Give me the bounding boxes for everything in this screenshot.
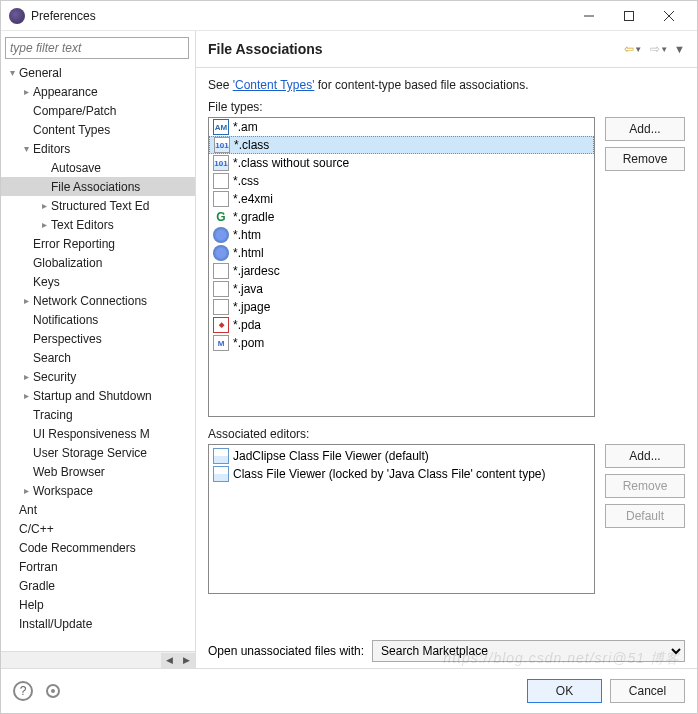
editors-list[interactable]: JadClipse Class File Viewer (default)Cla… bbox=[208, 444, 595, 594]
file-icon bbox=[213, 299, 229, 315]
tree-item[interactable]: ▸Web Browser bbox=[1, 462, 195, 481]
tree-item[interactable]: ▸Startup and Shutdown bbox=[1, 386, 195, 405]
add-editor-button[interactable]: Add... bbox=[605, 444, 685, 468]
tree-item[interactable]: ▸Content Types bbox=[1, 120, 195, 139]
file-icon: 101 bbox=[213, 155, 229, 171]
page-title: File Associations bbox=[208, 41, 624, 57]
tree-item[interactable]: ▸Text Editors bbox=[1, 215, 195, 234]
add-filetype-button[interactable]: Add... bbox=[605, 117, 685, 141]
forward-menu-icon[interactable]: ▼ bbox=[660, 45, 668, 54]
tree-item[interactable]: ▾Editors bbox=[1, 139, 195, 158]
editor-item[interactable]: Class File Viewer (locked by 'Java Class… bbox=[211, 465, 592, 483]
tree-item[interactable]: ▸Autosave bbox=[1, 158, 195, 177]
assoc-label: Associated editors: bbox=[208, 427, 685, 441]
file-icon bbox=[213, 317, 229, 333]
tree-item[interactable]: ▸UI Responsiveness M bbox=[1, 424, 195, 443]
editor-item[interactable]: JadClipse Class File Viewer (default) bbox=[211, 447, 592, 465]
filetype-item[interactable]: 101*.class bbox=[209, 136, 594, 154]
filetype-item[interactable]: AM*.am bbox=[209, 118, 594, 136]
file-icon bbox=[213, 227, 229, 243]
filetype-item[interactable]: *.html bbox=[209, 244, 594, 262]
remove-editor-button[interactable]: Remove bbox=[605, 474, 685, 498]
close-button[interactable] bbox=[649, 1, 689, 31]
tree-item[interactable]: ▸Help bbox=[1, 595, 195, 614]
filetype-item[interactable]: *.e4xmi bbox=[209, 190, 594, 208]
filetype-item[interactable]: 101*.class without source bbox=[209, 154, 594, 172]
help-icon[interactable]: ? bbox=[13, 681, 33, 701]
maximize-button[interactable] bbox=[609, 1, 649, 31]
file-icon: G bbox=[213, 209, 229, 225]
editor-icon bbox=[213, 466, 229, 482]
tree-item[interactable]: ▸Keys bbox=[1, 272, 195, 291]
tree-item[interactable]: ▸Install/Update bbox=[1, 614, 195, 633]
filetype-item[interactable]: *.java bbox=[209, 280, 594, 298]
horizontal-scroll[interactable]: ◀ ▶ bbox=[1, 651, 195, 668]
tree-item[interactable]: ▸Code Recommenders bbox=[1, 538, 195, 557]
back-menu-icon[interactable]: ▼ bbox=[634, 45, 642, 54]
filetype-item[interactable]: G*.gradle bbox=[209, 208, 594, 226]
tree-item[interactable]: ▸Network Connections bbox=[1, 291, 195, 310]
ok-button[interactable]: OK bbox=[527, 679, 602, 703]
open-unassoc-select[interactable]: Search Marketplace bbox=[372, 640, 685, 662]
tree-item[interactable]: ▸File Associations bbox=[1, 177, 195, 196]
filetype-item[interactable]: *.css bbox=[209, 172, 594, 190]
intro-text: See 'Content Types' for content-type bas… bbox=[208, 78, 685, 92]
file-icon bbox=[213, 173, 229, 189]
filetype-item[interactable]: *.htm bbox=[209, 226, 594, 244]
filetype-item[interactable]: M*.pom bbox=[209, 334, 594, 352]
tree-item[interactable]: ▸Workspace bbox=[1, 481, 195, 500]
file-icon: AM bbox=[213, 119, 229, 135]
tree-item[interactable]: ▸Tracing bbox=[1, 405, 195, 424]
svg-rect-1 bbox=[625, 11, 634, 20]
tree-item[interactable]: ▸Structured Text Ed bbox=[1, 196, 195, 215]
content-types-link[interactable]: 'Content Types' bbox=[233, 78, 315, 92]
file-icon bbox=[213, 245, 229, 261]
default-editor-button[interactable]: Default bbox=[605, 504, 685, 528]
editor-icon bbox=[213, 448, 229, 464]
open-unassoc-label: Open unassociated files with: bbox=[208, 644, 364, 658]
file-icon bbox=[213, 191, 229, 207]
tree-item[interactable]: ▸Error Reporting bbox=[1, 234, 195, 253]
tree-item[interactable]: ▸Globalization bbox=[1, 253, 195, 272]
filetypes-label: File types: bbox=[208, 100, 685, 114]
window-title: Preferences bbox=[31, 9, 569, 23]
file-icon bbox=[213, 281, 229, 297]
tree-item[interactable]: ▸Notifications bbox=[1, 310, 195, 329]
tree-item[interactable]: ▸Appearance bbox=[1, 82, 195, 101]
tree-item[interactable]: ▸User Storage Service bbox=[1, 443, 195, 462]
app-icon bbox=[9, 8, 25, 24]
filetype-item[interactable]: *.jardesc bbox=[209, 262, 594, 280]
file-icon: M bbox=[213, 335, 229, 351]
tree-item[interactable]: ▸Compare/Patch bbox=[1, 101, 195, 120]
view-menu-icon[interactable]: ▼ bbox=[674, 43, 685, 55]
tree-item[interactable]: ▸Security bbox=[1, 367, 195, 386]
tree-item[interactable]: ▸Search bbox=[1, 348, 195, 367]
back-icon[interactable]: ⇦ bbox=[624, 42, 634, 56]
file-icon: 101 bbox=[214, 137, 230, 153]
preferences-tree[interactable]: ▾General▸Appearance▸Compare/Patch▸Conten… bbox=[1, 63, 195, 651]
remove-filetype-button[interactable]: Remove bbox=[605, 147, 685, 171]
tree-item[interactable]: ▾General bbox=[1, 63, 195, 82]
tree-item[interactable]: ▸Ant bbox=[1, 500, 195, 519]
forward-icon[interactable]: ⇨ bbox=[650, 42, 660, 56]
import-export-icon[interactable] bbox=[43, 681, 63, 701]
tree-item[interactable]: ▸Gradle bbox=[1, 576, 195, 595]
filter-input[interactable] bbox=[5, 37, 189, 59]
scroll-left-icon[interactable]: ◀ bbox=[161, 653, 178, 668]
scroll-right-icon[interactable]: ▶ bbox=[178, 653, 195, 668]
cancel-button[interactable]: Cancel bbox=[610, 679, 685, 703]
file-icon bbox=[213, 263, 229, 279]
filetype-item[interactable]: *.pda bbox=[209, 316, 594, 334]
filetype-item[interactable]: *.jpage bbox=[209, 298, 594, 316]
minimize-button[interactable] bbox=[569, 1, 609, 31]
tree-item[interactable]: ▸C/C++ bbox=[1, 519, 195, 538]
tree-item[interactable]: ▸Perspectives bbox=[1, 329, 195, 348]
tree-item[interactable]: ▸Fortran bbox=[1, 557, 195, 576]
filetypes-list[interactable]: AM*.am101*.class101*.class without sourc… bbox=[208, 117, 595, 417]
